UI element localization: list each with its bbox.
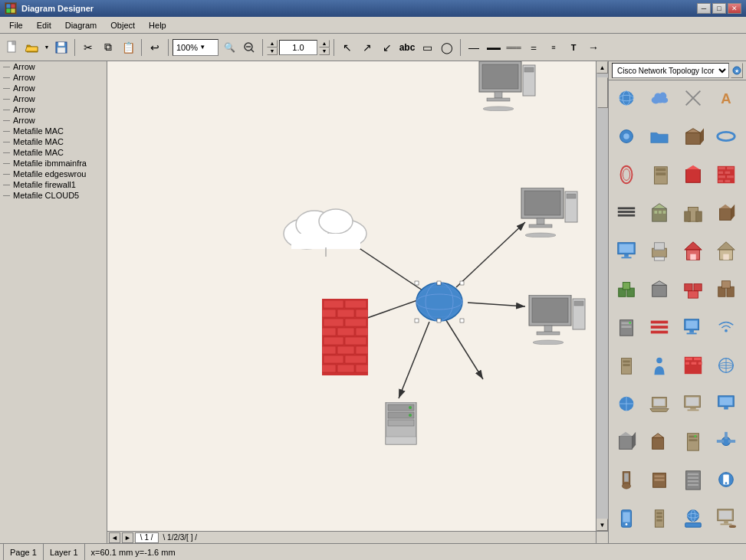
icon-server-beige[interactable] <box>645 160 674 189</box>
icon-refresh-button[interactable]: ★ <box>731 63 743 78</box>
icon-rack[interactable] <box>679 465 708 494</box>
menu-help[interactable]: Help <box>143 19 173 31</box>
icon-letter-a[interactable]: A <box>711 84 741 113</box>
icon-server5-beige[interactable] <box>645 503 674 532</box>
icon-router2[interactable] <box>612 122 641 151</box>
icon-phone2-blue[interactable] <box>612 503 641 532</box>
computer-mid-right[interactable] <box>525 295 587 346</box>
zoom-input[interactable]: 100% ▼ <box>173 39 219 56</box>
icon-box2-brown[interactable] <box>711 198 741 227</box>
icon-hand-device[interactable] <box>612 465 641 494</box>
open-arrow[interactable]: ▼ <box>43 38 51 57</box>
next-tab-button[interactable]: ► <box>122 532 133 543</box>
scroll-thumb-v[interactable] <box>597 77 608 108</box>
linewidth-up2[interactable]: ▲ <box>319 40 330 47</box>
rect-tool[interactable]: ▭ <box>418 38 436 57</box>
left-item-mac-1[interactable]: Metafile MAC <box>0 126 107 136</box>
icon-server4[interactable] <box>645 465 674 494</box>
text-tool[interactable]: abc <box>398 38 416 57</box>
zoom-btn2[interactable] <box>240 38 258 57</box>
arrow-tool[interactable]: ↗ <box>358 38 376 57</box>
icon-monitor4-blue[interactable] <box>711 389 741 418</box>
scroll-up-button[interactable]: ▲ <box>596 61 608 74</box>
scroll-down-button[interactable]: ▼ <box>596 519 608 531</box>
cut-button[interactable]: ✂ <box>79 38 97 57</box>
drawing-canvas[interactable] <box>107 61 596 531</box>
icon-laptop[interactable] <box>645 389 674 418</box>
icon-network-blue[interactable] <box>711 351 741 380</box>
line-style1[interactable]: — <box>465 38 483 57</box>
icon-router3[interactable] <box>612 389 641 418</box>
icon-router-blue[interactable] <box>612 84 641 113</box>
icon-box-brown[interactable] <box>679 122 708 151</box>
icon-box5-brown[interactable] <box>645 427 674 456</box>
icon-wifi-blue[interactable] <box>711 313 741 342</box>
left-item-mac-2[interactable]: Metafile MAC <box>0 136 107 147</box>
icon-x-mark[interactable] <box>679 84 708 113</box>
left-item-edge[interactable]: Metafile edgeswrou <box>0 169 107 179</box>
menu-edit[interactable]: Edit <box>31 19 58 31</box>
line-style2[interactable]: ▬▬ <box>485 38 503 57</box>
icon-box4[interactable] <box>612 427 641 456</box>
icon-house-red[interactable] <box>679 236 708 265</box>
firewall-element[interactable] <box>322 299 368 377</box>
close-button[interactable]: ✕ <box>728 3 741 14</box>
computer-top-right[interactable] <box>518 188 579 239</box>
icon-folder-blue[interactable] <box>645 122 674 151</box>
icon-monitor-blue[interactable] <box>612 236 641 265</box>
left-item-arrow-5[interactable]: Arrow <box>0 104 107 115</box>
select-tool[interactable]: ↖ <box>338 38 357 57</box>
linewidth-input[interactable] <box>279 40 317 55</box>
left-item-ibm[interactable]: Metafile ibmmainfra <box>0 158 107 169</box>
icon-printer-beige[interactable] <box>645 236 674 265</box>
icon-box3[interactable] <box>645 274 674 303</box>
paste-button[interactable]: 📋 <box>119 38 137 57</box>
linewidth-down2[interactable]: ▼ <box>319 47 330 55</box>
menu-object[interactable]: Object <box>104 19 141 31</box>
icon-wall-red[interactable] <box>711 160 741 189</box>
icon-bars2[interactable] <box>645 313 674 342</box>
icon-firewall-red[interactable] <box>679 351 708 380</box>
icon-block-red[interactable] <box>679 160 708 189</box>
icon-monitor2[interactable] <box>679 313 708 342</box>
open-button[interactable] <box>23 38 41 57</box>
zoom-in-button[interactable]: 🔍 <box>220 38 238 57</box>
left-item-arrow-4[interactable]: Arrow <box>0 93 107 104</box>
line-style5[interactable]: ≡ <box>544 38 563 57</box>
left-item-cloud[interactable]: Metafile CLOUD5 <box>0 190 107 201</box>
icon-building1[interactable] <box>645 198 674 227</box>
icon-cloud-blue[interactable] <box>645 84 674 113</box>
icon-monitor3[interactable] <box>679 389 708 418</box>
icon-cubes-green[interactable] <box>612 274 641 303</box>
ellipse-tool[interactable]: ◯ <box>438 38 456 57</box>
icon-server-small[interactable] <box>612 351 641 380</box>
save-button[interactable] <box>52 38 71 57</box>
vertical-scrollbar[interactable]: ▲ ▼ <box>596 61 608 531</box>
text-style[interactable]: T <box>564 38 583 57</box>
menu-file[interactable]: File <box>3 19 29 31</box>
icon-ring-blue[interactable] <box>711 122 741 151</box>
maximize-button[interactable]: □ <box>712 3 726 14</box>
prev-tab-button[interactable]: ◄ <box>109 532 120 543</box>
left-item-mac-3[interactable]: Metafile MAC <box>0 147 107 158</box>
undo-button[interactable]: ↩ <box>146 38 164 57</box>
icon-phone-blue[interactable] <box>711 465 741 494</box>
page-tab-1[interactable]: \ 1 / <box>135 532 159 543</box>
left-item-firewall[interactable]: Metafile firewall1 <box>0 179 107 190</box>
new-button[interactable] <box>3 38 21 57</box>
icon-boxes2[interactable] <box>711 274 741 303</box>
left-item-arrow-2[interactable]: Arrow <box>0 72 107 83</box>
cloud-element[interactable] <box>276 188 376 258</box>
line-tool[interactable]: ↙ <box>378 38 396 57</box>
icon-house-beige[interactable] <box>711 236 741 265</box>
router-element[interactable] <box>412 279 466 326</box>
left-item-arrow-6[interactable]: Arrow <box>0 115 107 126</box>
linewidth-down[interactable]: ▼ <box>267 47 278 55</box>
icon-monitor5[interactable] <box>711 503 741 532</box>
icon-router4[interactable] <box>679 503 708 532</box>
line-style3[interactable]: ═══ <box>504 38 523 57</box>
icon-server3-beige[interactable] <box>679 427 708 456</box>
icon-oval-red[interactable] <box>612 160 641 189</box>
linewidth-up[interactable]: ▲ <box>267 40 278 47</box>
icon-building2[interactable] <box>679 198 708 227</box>
